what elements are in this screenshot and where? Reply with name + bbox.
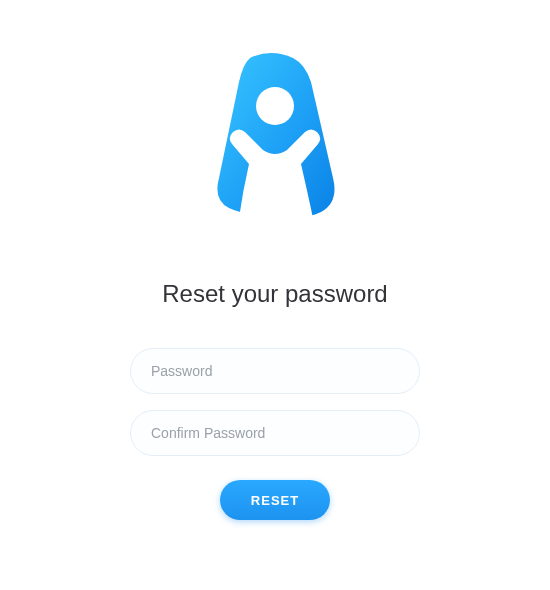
page-title: Reset your password bbox=[162, 280, 387, 308]
password-input[interactable] bbox=[130, 348, 420, 394]
svg-point-0 bbox=[256, 87, 294, 125]
confirm-password-input[interactable] bbox=[130, 410, 420, 456]
app-logo bbox=[205, 50, 345, 220]
person-arms-up-icon bbox=[205, 50, 345, 220]
reset-password-form: RESET bbox=[130, 348, 420, 520]
reset-button[interactable]: RESET bbox=[220, 480, 330, 520]
